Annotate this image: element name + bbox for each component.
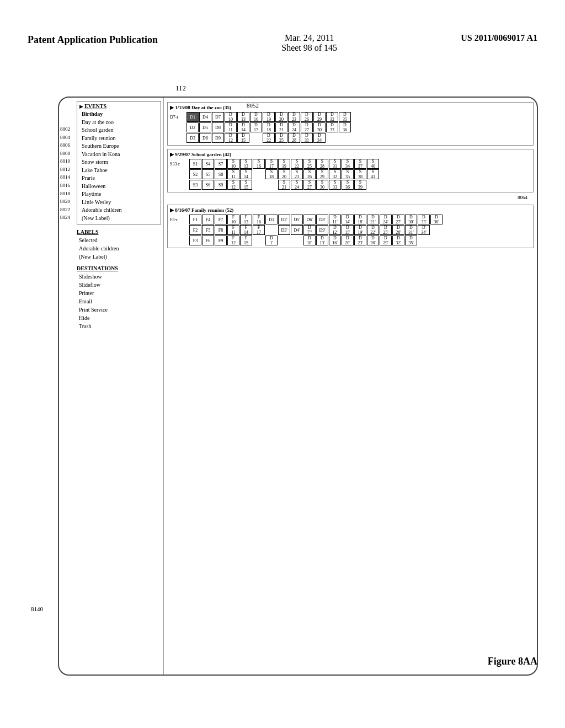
dest-slideshow[interactable]: Slideshow — [77, 272, 161, 281]
pcell-s17[interactable]: S17 — [265, 159, 278, 169]
pcell-d32b[interactable]: D32' — [392, 235, 404, 245]
dest-trash[interactable]: Trash — [77, 322, 161, 330]
pcell-d13[interactable]: D13 — [237, 112, 249, 122]
pcell-f1[interactable]: F1 — [189, 215, 201, 224]
pcell-d21b[interactable]: D21' — [367, 215, 379, 224]
pcell-s31[interactable]: S31 — [329, 159, 341, 169]
pcell-d28b[interactable]: D28' — [392, 225, 404, 235]
pcell-s3[interactable]: S3 — [189, 180, 201, 190]
pcell-d19[interactable]: D19 — [263, 112, 275, 122]
label-selected[interactable]: Selected — [77, 236, 161, 244]
pcell-d20[interactable]: D20 — [275, 112, 287, 122]
events-title[interactable]: EVENTS — [84, 103, 106, 109]
pcell-d30[interactable]: D30 — [313, 122, 326, 132]
pcell-s9[interactable]: S9 — [215, 180, 227, 190]
pcell-f15[interactable]: F15 — [240, 235, 252, 245]
pcell-d10b[interactable]: D10' — [303, 235, 316, 245]
pcell-d7c[interactable]: D7''' — [303, 225, 316, 235]
pcell-d36b[interactable]: D36' — [430, 215, 443, 224]
pcell-d22[interactable]: D22 — [263, 133, 275, 143]
pcell-s33[interactable]: S33 — [329, 180, 341, 190]
pcell-s40[interactable]: S40 — [367, 159, 379, 169]
pcell-f10[interactable]: F10 — [227, 215, 239, 224]
pcell-d4b[interactable]: D4' — [291, 225, 303, 235]
pcell-d15[interactable]: D15 — [237, 133, 249, 143]
pcell-d25[interactable]: D25 — [275, 133, 287, 143]
pcell-s21[interactable]: S21 — [278, 180, 290, 190]
pcell-s32[interactable]: S32 — [329, 169, 341, 179]
pcell-f4[interactable]: F4 — [202, 215, 214, 224]
pcell-d6[interactable]: D6 — [199, 133, 211, 143]
dest-print-service[interactable]: Print Service — [77, 306, 161, 314]
pcell-s29[interactable]: S29 — [316, 169, 328, 179]
event-item-europe[interactable]: Southern Europe — [79, 142, 158, 151]
pcell-d24b[interactable]: D24' — [380, 215, 392, 224]
pcell-f2[interactable]: F2 — [189, 225, 201, 235]
event-item-adorable[interactable]: Adorable children — [79, 206, 158, 215]
pcell-s34[interactable]: S34 — [342, 159, 354, 169]
pcell-d17[interactable]: D17 — [250, 122, 262, 132]
event-item-halloween[interactable]: Halloween — [79, 183, 158, 191]
event-item-birthday[interactable]: Birthday — [79, 110, 158, 119]
pcell-s26[interactable]: S26 — [303, 169, 316, 179]
event-item-tahoe[interactable]: Lake Tahoe — [79, 167, 158, 175]
pcell-f6[interactable]: F6 — [202, 235, 214, 245]
pcell-d18b[interactable]: D18' — [354, 215, 366, 224]
pcell-s41[interactable]: S41 — [367, 169, 379, 179]
dest-email[interactable]: Email — [77, 297, 161, 306]
event-item-school[interactable]: School garden — [79, 126, 158, 135]
pcell-d1c[interactable]: D1' — [265, 235, 278, 245]
pcell-d22b[interactable]: D22' — [367, 225, 379, 235]
pcell-s36[interactable]: S36 — [342, 180, 354, 190]
event-item-kona[interactable]: Vacation in Kona — [79, 151, 158, 159]
pcell-d16[interactable]: D16 — [250, 112, 262, 122]
pcell-s39[interactable]: S39 — [354, 180, 366, 190]
pcell-d30b[interactable]: D30' — [405, 215, 417, 224]
pcell-s14[interactable]: S14 — [240, 169, 252, 179]
pcell-s11[interactable]: S11 — [227, 169, 239, 179]
pcell-s8[interactable]: S8 — [215, 169, 227, 179]
pcell-d27b[interactable]: D27' — [392, 215, 404, 224]
pcell-d14b[interactable]: D14' — [342, 215, 354, 224]
event-item-playtime[interactable]: Playtime — [79, 190, 158, 199]
pcell-f9[interactable]: F9 — [215, 235, 227, 245]
pcell-d2b[interactable]: D2' — [278, 215, 290, 224]
pcell-f17[interactable]: F17 — [253, 225, 265, 235]
pcell-f12[interactable]: F12 — [227, 235, 239, 245]
pcell-d6b[interactable]: D6' — [303, 215, 316, 224]
pcell-d28[interactable]: D28 — [288, 133, 300, 143]
pcell-d8b[interactable]: D8' — [316, 215, 328, 224]
pcell-d24[interactable]: D24 — [288, 122, 300, 132]
pcell-s18[interactable]: S18 — [265, 169, 278, 179]
pcell-s37[interactable]: S37 — [354, 159, 366, 169]
pcell-d29[interactable]: D29 — [313, 112, 326, 122]
pcell-d26b[interactable]: D26' — [367, 235, 379, 245]
pcell-d23b[interactable]: D23' — [354, 235, 366, 245]
pcell-f11[interactable]: F11 — [227, 225, 239, 235]
pcell-d11[interactable]: D11 — [225, 122, 237, 132]
pcell-d11b[interactable]: D11' — [329, 215, 341, 224]
pcell-f5[interactable]: F5 — [202, 225, 214, 235]
pcell-s24[interactable]: S24 — [291, 180, 303, 190]
pcell-s19[interactable]: S19 — [278, 159, 290, 169]
pcell-s28[interactable]: S28 — [316, 159, 328, 169]
pcell-d1[interactable]: D1 — [186, 112, 199, 122]
pcell-d33b[interactable]: D33' — [418, 215, 430, 224]
pcell-d14[interactable]: D14 — [237, 122, 249, 132]
pcell-f8[interactable]: F8 — [215, 225, 227, 235]
pcell-s35[interactable]: S35 — [342, 169, 354, 179]
pcell-d16b[interactable]: D16' — [329, 235, 341, 245]
pcell-s7[interactable]: S7 — [215, 159, 227, 169]
pcell-d8[interactable]: D8 — [212, 122, 224, 132]
label-new[interactable]: (New Label) — [77, 253, 161, 261]
pcell-s15[interactable]: S15 — [240, 180, 252, 190]
pcell-d23[interactable]: D23 — [288, 112, 300, 122]
pcell-d9[interactable]: D9 — [212, 133, 224, 143]
event-item-prarie[interactable]: Prarie — [79, 174, 158, 183]
pcell-d10[interactable]: D10 — [225, 112, 237, 122]
pcell-s2[interactable]: S2 — [189, 169, 201, 179]
pcell-f7[interactable]: F7 — [215, 215, 227, 224]
pcell-d29b[interactable]: D29' — [380, 235, 392, 245]
pcell-d35b[interactable]: D35' — [405, 235, 417, 245]
pcell-s10[interactable]: S10 — [227, 159, 239, 169]
